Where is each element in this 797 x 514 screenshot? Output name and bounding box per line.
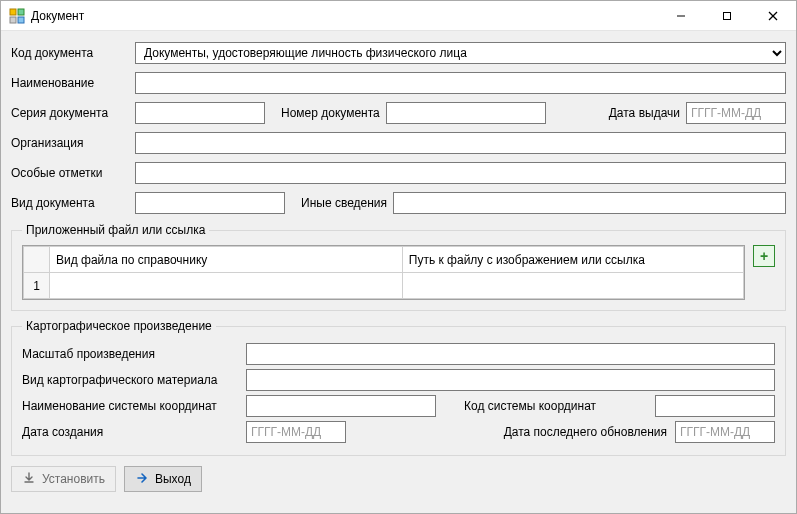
special-marks-label: Особые отметки	[11, 166, 129, 180]
created-label: Дата создания	[22, 425, 238, 439]
app-icon	[9, 8, 25, 24]
doc-type-label: Вид документа	[11, 196, 129, 210]
exit-button[interactable]: Выход	[124, 466, 202, 492]
file-group-legend: Приложенный файл или ссылка	[22, 223, 209, 237]
maximize-button[interactable]	[704, 1, 750, 30]
updated-label: Дата последнего обновления	[504, 425, 667, 439]
material-input[interactable]	[246, 369, 775, 391]
plus-icon: +	[760, 249, 768, 263]
material-label: Вид картографического материала	[22, 373, 238, 387]
svg-rect-2	[10, 17, 16, 23]
file-grid[interactable]: Вид файла по справочнику Путь к файлу с …	[22, 245, 745, 300]
issue-date-input[interactable]	[686, 102, 786, 124]
file-group: Приложенный файл или ссылка Вид файла по…	[11, 223, 786, 311]
doc-type-input[interactable]	[135, 192, 285, 214]
doc-code-select[interactable]: Документы, удостоверяющие личность физич…	[135, 42, 786, 64]
close-button[interactable]	[750, 1, 796, 30]
coord-name-label: Наименование системы координат	[22, 399, 238, 413]
name-input[interactable]	[135, 72, 786, 94]
grid-corner	[24, 247, 50, 273]
doc-series-input[interactable]	[135, 102, 265, 124]
doc-number-label: Номер документа	[281, 106, 380, 120]
special-marks-input[interactable]	[135, 162, 786, 184]
updated-input[interactable]	[675, 421, 775, 443]
table-row[interactable]: 1	[24, 273, 744, 299]
grid-col-path: Путь к файлу с изображением или ссылка	[402, 247, 743, 273]
grid-col-type: Вид файла по справочнику	[50, 247, 403, 273]
document-window: Документ Код документа Документы, удосто…	[0, 0, 797, 514]
window-buttons	[658, 1, 796, 30]
organization-input[interactable]	[135, 132, 786, 154]
grid-cell-type[interactable]	[50, 273, 403, 299]
svg-rect-0	[10, 9, 16, 15]
grid-cell-path[interactable]	[402, 273, 743, 299]
created-input[interactable]	[246, 421, 346, 443]
svg-rect-5	[724, 12, 731, 19]
coord-name-input[interactable]	[246, 395, 436, 417]
client-area: Код документа Документы, удостоверяющие …	[1, 31, 796, 513]
window-title: Документ	[31, 9, 658, 23]
coord-code-input[interactable]	[655, 395, 775, 417]
svg-rect-3	[18, 17, 24, 23]
button-bar: Установить Выход	[11, 462, 786, 492]
svg-rect-1	[18, 9, 24, 15]
issue-date-label: Дата выдачи	[609, 106, 680, 120]
add-file-button[interactable]: +	[753, 245, 775, 267]
doc-code-label: Код документа	[11, 46, 129, 60]
scale-input[interactable]	[246, 343, 775, 365]
carto-group-legend: Картографическое произведение	[22, 319, 216, 333]
organization-label: Организация	[11, 136, 129, 150]
doc-series-label: Серия документа	[11, 106, 129, 120]
carto-group: Картографическое произведение Масштаб пр…	[11, 319, 786, 456]
scale-label: Масштаб произведения	[22, 347, 238, 361]
name-label: Наименование	[11, 76, 129, 90]
titlebar: Документ	[1, 1, 796, 31]
exit-button-label: Выход	[155, 472, 191, 486]
minimize-button[interactable]	[658, 1, 704, 30]
doc-number-input[interactable]	[386, 102, 546, 124]
coord-code-label: Код системы координат	[464, 399, 596, 413]
arrow-right-icon	[135, 471, 149, 488]
grid-row-num: 1	[24, 273, 50, 299]
install-button-label: Установить	[42, 472, 105, 486]
other-info-input[interactable]	[393, 192, 786, 214]
install-button[interactable]: Установить	[11, 466, 116, 492]
other-info-label: Иные сведения	[301, 196, 387, 210]
download-icon	[22, 471, 36, 488]
